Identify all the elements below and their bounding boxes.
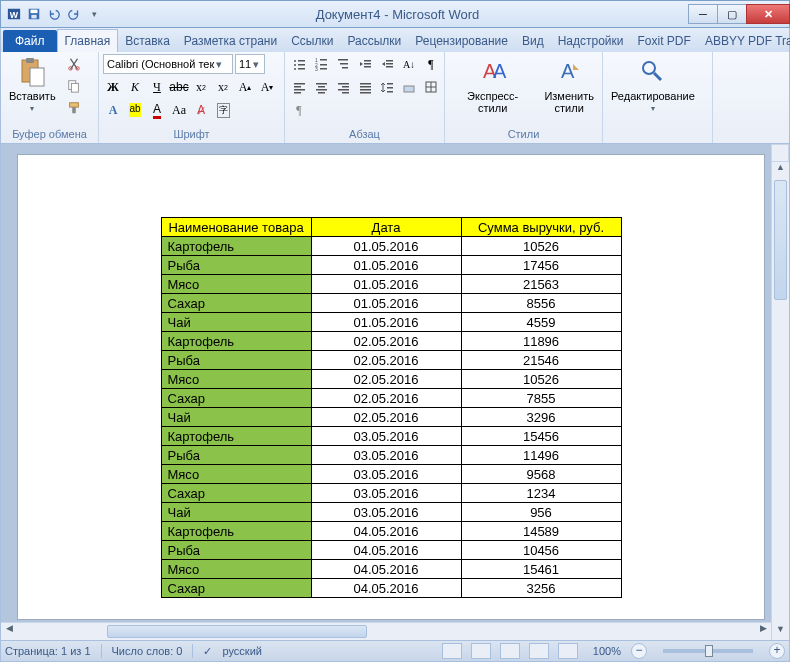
table-cell[interactable]: Рыба (161, 446, 311, 465)
table-cell[interactable]: 01.05.2016 (311, 237, 461, 256)
format-painter-icon[interactable] (64, 98, 84, 118)
table-cell[interactable]: 17456 (461, 256, 621, 275)
tab-references[interactable]: Ссылки (284, 30, 340, 52)
editing-button[interactable]: Редактирование ▾ (607, 54, 699, 115)
document-page[interactable]: Наименование товара Дата Сумма выручки, … (17, 154, 765, 620)
table-cell[interactable]: 03.05.2016 (311, 427, 461, 446)
multilevel-button[interactable] (333, 54, 353, 74)
table-cell[interactable]: 03.05.2016 (311, 503, 461, 522)
scroll-left-icon[interactable]: ◀ (1, 623, 17, 640)
subscript-button[interactable]: x2 (191, 77, 211, 97)
save-icon[interactable] (25, 5, 43, 23)
table-row[interactable]: Мясо02.05.201610526 (161, 370, 621, 389)
close-button[interactable]: ✕ (746, 4, 790, 24)
cut-icon[interactable] (64, 54, 84, 74)
table-row[interactable]: Сахар04.05.20163256 (161, 579, 621, 598)
view-draft[interactable] (558, 643, 578, 659)
borders-button[interactable] (421, 77, 441, 97)
italic-button[interactable]: К (125, 77, 145, 97)
table-cell[interactable]: 01.05.2016 (311, 313, 461, 332)
table-cell[interactable]: 10526 (461, 237, 621, 256)
clear-format-button[interactable]: A̷ (191, 100, 211, 120)
chevron-down-icon[interactable]: ▾ (251, 58, 261, 71)
scroll-right-icon[interactable]: ▶ (755, 623, 771, 640)
table-cell[interactable]: 7855 (461, 389, 621, 408)
table-cell[interactable]: 02.05.2016 (311, 389, 461, 408)
table-cell[interactable]: 01.05.2016 (311, 256, 461, 275)
table-row[interactable]: Картофель01.05.201610526 (161, 237, 621, 256)
zoom-in-button[interactable]: + (769, 643, 785, 659)
numbering-button[interactable]: 123 (311, 54, 331, 74)
table-cell[interactable]: Картофель (161, 522, 311, 541)
underline-button[interactable]: Ч (147, 77, 167, 97)
table-row[interactable]: Картофель02.05.201611896 (161, 332, 621, 351)
table-cell[interactable]: 10456 (461, 541, 621, 560)
table-cell[interactable]: Сахар (161, 579, 311, 598)
table-cell[interactable]: 956 (461, 503, 621, 522)
tab-abbyy[interactable]: ABBYY PDF Trans (698, 30, 790, 52)
status-words[interactable]: Число слов: 0 (112, 645, 183, 657)
change-case-button[interactable]: Aa (169, 100, 189, 120)
table-cell[interactable]: 02.05.2016 (311, 370, 461, 389)
tab-view[interactable]: Вид (515, 30, 551, 52)
bullets-button[interactable] (289, 54, 309, 74)
table-row[interactable]: Мясо01.05.201621563 (161, 275, 621, 294)
scroll-down-icon[interactable]: ▼ (772, 624, 789, 640)
table-cell[interactable]: 21563 (461, 275, 621, 294)
phonetic-button[interactable]: 字 (213, 100, 233, 120)
table-row[interactable]: Картофель03.05.201615456 (161, 427, 621, 446)
tab-mailings[interactable]: Рассылки (340, 30, 408, 52)
grow-font-button[interactable]: A▴ (235, 77, 255, 97)
zoom-out-button[interactable]: − (631, 643, 647, 659)
zoom-knob[interactable] (705, 645, 713, 657)
table-row[interactable]: Картофель04.05.201614589 (161, 522, 621, 541)
col-header[interactable]: Сумма выручки, руб. (461, 218, 621, 237)
ruler-toggle[interactable] (771, 144, 789, 162)
table-cell[interactable]: 10526 (461, 370, 621, 389)
highlight-button[interactable]: ab (125, 100, 145, 120)
table-cell[interactable]: 01.05.2016 (311, 294, 461, 313)
line-spacing-button[interactable] (377, 77, 397, 97)
undo-icon[interactable] (45, 5, 63, 23)
sort-button[interactable]: A↓ (399, 54, 419, 74)
table-row[interactable]: Чай01.05.20164559 (161, 313, 621, 332)
zoom-value[interactable]: 100% (593, 645, 621, 657)
maximize-button[interactable]: ▢ (717, 4, 747, 24)
decrease-indent-button[interactable] (355, 54, 375, 74)
table-cell[interactable]: 11896 (461, 332, 621, 351)
table-cell[interactable]: 4559 (461, 313, 621, 332)
vertical-scrollbar[interactable]: ▲ ▼ (771, 162, 789, 640)
table-row[interactable]: Сахар03.05.20161234 (161, 484, 621, 503)
align-left-button[interactable] (289, 77, 309, 97)
table-row[interactable]: Рыба04.05.201610456 (161, 541, 621, 560)
table-row[interactable]: Рыба03.05.201611496 (161, 446, 621, 465)
col-header[interactable]: Наименование товара (161, 218, 311, 237)
table-cell[interactable]: Чай (161, 503, 311, 522)
table-row[interactable]: Сахар01.05.20168556 (161, 294, 621, 313)
table-cell[interactable]: Мясо (161, 465, 311, 484)
table-cell[interactable]: Чай (161, 408, 311, 427)
data-table[interactable]: Наименование товара Дата Сумма выручки, … (161, 217, 622, 598)
table-row[interactable]: Рыба01.05.201617456 (161, 256, 621, 275)
zoom-slider[interactable] (663, 649, 753, 653)
table-row[interactable]: Рыба02.05.201621546 (161, 351, 621, 370)
table-row[interactable]: Мясо03.05.20169568 (161, 465, 621, 484)
table-cell[interactable]: 15461 (461, 560, 621, 579)
table-cell[interactable]: 3296 (461, 408, 621, 427)
align-right-button[interactable] (333, 77, 353, 97)
qat-more-icon[interactable]: ▾ (85, 5, 103, 23)
table-cell[interactable]: 14589 (461, 522, 621, 541)
table-cell[interactable]: Сахар (161, 484, 311, 503)
word-icon[interactable]: W (5, 5, 23, 23)
view-outline[interactable] (529, 643, 549, 659)
spellcheck-icon[interactable]: ✓ (203, 645, 212, 658)
table-cell[interactable]: Рыба (161, 541, 311, 560)
tab-home[interactable]: Главная (57, 29, 119, 52)
table-cell[interactable]: 03.05.2016 (311, 446, 461, 465)
table-cell[interactable]: 1234 (461, 484, 621, 503)
align-center-button[interactable] (311, 77, 331, 97)
tab-review[interactable]: Рецензирование (408, 30, 515, 52)
table-cell[interactable]: 11496 (461, 446, 621, 465)
table-cell[interactable]: Картофель (161, 237, 311, 256)
table-cell[interactable]: Сахар (161, 294, 311, 313)
